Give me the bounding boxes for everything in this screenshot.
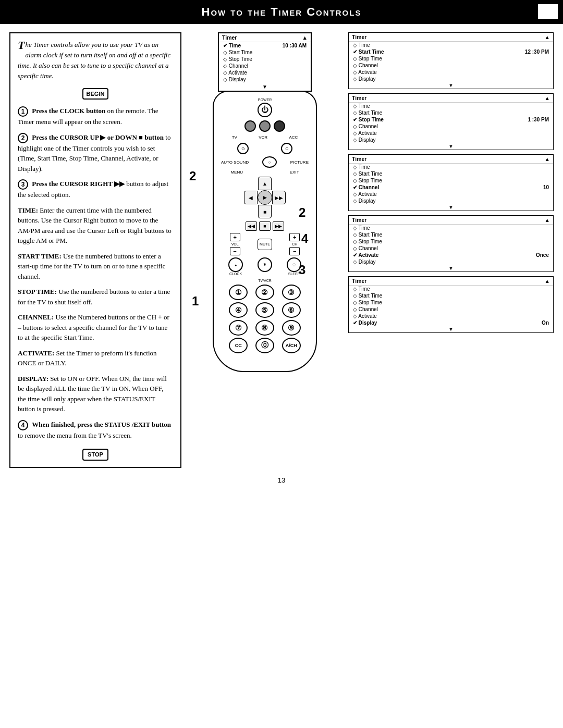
timer-menu-1: Timer ▲ ◇ Time ✔ Start Time 12 :30 PM ◇ … xyxy=(348,32,554,89)
clock-row: ● CLOCK ✱ ◌ SLEEP xyxy=(221,257,309,276)
tv-menu-row-stoptime-label: ◇ Stop Time xyxy=(223,56,252,62)
num-9-button[interactable]: ⑨ xyxy=(282,320,301,336)
step-activate: ACTIVATE: Set the Timer to preform it's … xyxy=(18,348,173,368)
nav-center-button[interactable]: ▶ xyxy=(258,190,272,205)
channel-control: + CH – xyxy=(289,233,300,255)
step-channel: CHANNEL: Use the Numbered buttons or the… xyxy=(18,312,173,343)
tvvcr-row: TV/VCR xyxy=(221,279,309,282)
num-grid-last-row: CC ⓪ A/CH xyxy=(226,338,303,353)
star-button[interactable]: ✱ xyxy=(258,257,272,272)
timer-menu-5-row-time: ◇ Time xyxy=(349,286,553,292)
timer-menu-3-starttime-label: ◇ Start Time xyxy=(353,171,382,177)
ch-label: CH xyxy=(292,242,297,246)
nav-up-button[interactable]: ▲ xyxy=(258,177,272,190)
num-1-button[interactable]: ① xyxy=(229,285,248,300)
vol-up-button[interactable]: + xyxy=(230,233,240,241)
transport-row: ◀◀ ■ ▶▶ xyxy=(221,221,309,231)
num-8-button[interactable]: ⑧ xyxy=(255,320,274,336)
step-display: DISPLAY: Set to ON or OFF. When ON, the … xyxy=(18,374,173,414)
switch-row: TV VCR ACC xyxy=(221,135,309,140)
nav-right-button[interactable]: ▶▶ xyxy=(272,191,286,204)
ch-up-button[interactable]: + xyxy=(289,233,300,241)
step-4-number: 4 xyxy=(18,420,28,430)
num-4-button[interactable]: ④ xyxy=(229,302,248,318)
timer-menu-5-stoptime-label: ◇ Stop Time xyxy=(353,300,382,305)
clock-button[interactable]: ● xyxy=(228,257,243,272)
round-btn-right[interactable]: ⊙ xyxy=(281,143,292,154)
num-3-button[interactable]: ③ xyxy=(282,285,301,300)
power-button[interactable]: ⏻ xyxy=(258,103,272,117)
cc-button[interactable]: CC xyxy=(229,338,248,353)
center-panel: Timer ▲ ✔ Time 10 :30 AM ◇ Start Time ◇ … xyxy=(187,32,343,468)
ch-down-button[interactable]: – xyxy=(289,247,300,255)
nav-down-button[interactable]: ■ xyxy=(258,205,272,218)
tv-menu-row-channel: ◇ Channel xyxy=(219,63,311,69)
circle-btns-row xyxy=(221,120,309,132)
tvvcr-label: TV/VCR xyxy=(258,279,272,282)
vol-down-button[interactable]: – xyxy=(230,247,240,255)
step-3-number: 3 xyxy=(18,179,28,190)
circle-btn-2[interactable] xyxy=(259,120,271,132)
auto-sound-btn[interactable]: ○ xyxy=(262,156,277,168)
remote-step-2-label: 2 xyxy=(299,205,305,220)
timer-menu-3-row-activate: ◇ Activate xyxy=(349,191,553,198)
timer-menu-1-starttime-label: ✔ Start Time xyxy=(353,49,384,55)
tv-menu-row-time-label: ✔ Time xyxy=(223,43,241,48)
num-5-button[interactable]: ⑤ xyxy=(255,302,274,318)
page-number-text: 13 xyxy=(278,476,285,484)
tv-menu-row-activate: ◇ Activate xyxy=(219,69,311,76)
page-title: How to the Timer Controls xyxy=(202,5,362,18)
stop-button[interactable]: ■ xyxy=(259,221,271,231)
num-0-button[interactable]: ⓪ xyxy=(255,338,274,353)
clock-label: CLOCK xyxy=(229,272,242,276)
timer-menu-5-row-starttime: ◇ Start Time xyxy=(349,292,553,299)
timer-menu-4-stoptime-label: ◇ Stop Time xyxy=(353,239,382,244)
circle-btn-1[interactable] xyxy=(244,120,256,132)
timer-menu-4-channel-label: ◇ Channel xyxy=(353,245,378,251)
timer-menu-4-activate-value: Once xyxy=(536,252,549,258)
timer-menu-4-footer: ▼ xyxy=(349,265,553,272)
step-activate-title: ACTIVATE: xyxy=(18,349,54,357)
timer-menu-5-row-display: ✔ Display On xyxy=(349,319,553,326)
timer-menu-5-row-channel: ◇ Channel xyxy=(349,306,553,313)
step-1-title: Press the CLOCK button xyxy=(32,107,105,115)
num-grid: ① ② ③ ④ ⑤ ⑥ ⑦ ⑧ ⑨ xyxy=(226,285,303,336)
vol-label: VOL xyxy=(231,242,239,246)
step-1-number: 1 xyxy=(18,106,28,117)
step-3: 3 Press the CURSOR RIGHT ▶▶ button to ad… xyxy=(18,179,173,200)
round-btns-row: ⊙ ⊙ xyxy=(221,143,309,154)
timer-menu-1-starttime-value: 12 :30 PM xyxy=(525,49,549,55)
num-6-button[interactable]: ⑥ xyxy=(282,302,301,318)
timer-menu-1-footer: ▼ xyxy=(349,82,553,89)
timer-menu-3-time-label: ◇ Time xyxy=(353,164,370,170)
timer-menu-4-row-channel: ◇ Channel xyxy=(349,245,553,252)
remote-step-2b-label: 2 xyxy=(189,169,196,183)
timer-menu-2-footer: ▼ xyxy=(349,143,553,150)
step-1: 1 Press the CLOCK button on the remote. … xyxy=(18,106,173,127)
timer-menu-5-channel-label: ◇ Channel xyxy=(353,306,378,312)
timer-menu-4-starttime-label: ◇ Start Time xyxy=(353,232,382,238)
nav-left-button[interactable]: ◀ xyxy=(244,191,258,204)
timer-menu-5-row-stoptime: ◇ Stop Time xyxy=(349,299,553,306)
stop-badge: STOP xyxy=(82,449,108,461)
timer-menu-4: Timer ▲ ◇ Time ◇ Start Time ◇ Stop Time … xyxy=(348,215,554,272)
rewind-button[interactable]: ◀◀ xyxy=(246,221,257,231)
mute-button[interactable]: MUTE xyxy=(258,239,272,250)
timer-menu-2-activate-label: ◇ Activate xyxy=(353,130,377,136)
timer-menu-3-title: Timer xyxy=(352,156,366,162)
timer-menu-4-row-stoptime: ◇ Stop Time xyxy=(349,238,553,245)
step-4-text: to remove the menu from the TV's screen. xyxy=(18,431,132,439)
timer-menu-1-title: Timer xyxy=(352,34,366,40)
circle-btn-3[interactable] xyxy=(274,120,285,132)
step-time-text: Enter the current time with the numbered… xyxy=(18,206,172,245)
timer-menu-3-arrow: ▲ xyxy=(545,156,550,162)
tv-menu-title: Timer xyxy=(222,34,237,41)
num-2-button[interactable]: ② xyxy=(255,285,274,300)
step-display-title: DISPLAY: xyxy=(18,375,48,382)
round-btn-left[interactable]: ⊙ xyxy=(237,143,249,154)
timer-menu-3-row-starttime: ◇ Start Time xyxy=(349,170,553,177)
num-7-button[interactable]: ⑦ xyxy=(229,320,248,336)
fastforward-button[interactable]: ▶▶ xyxy=(273,221,284,231)
timer-menu-3-footer: ▼ xyxy=(349,204,553,211)
ach-button[interactable]: A/CH xyxy=(282,338,301,353)
